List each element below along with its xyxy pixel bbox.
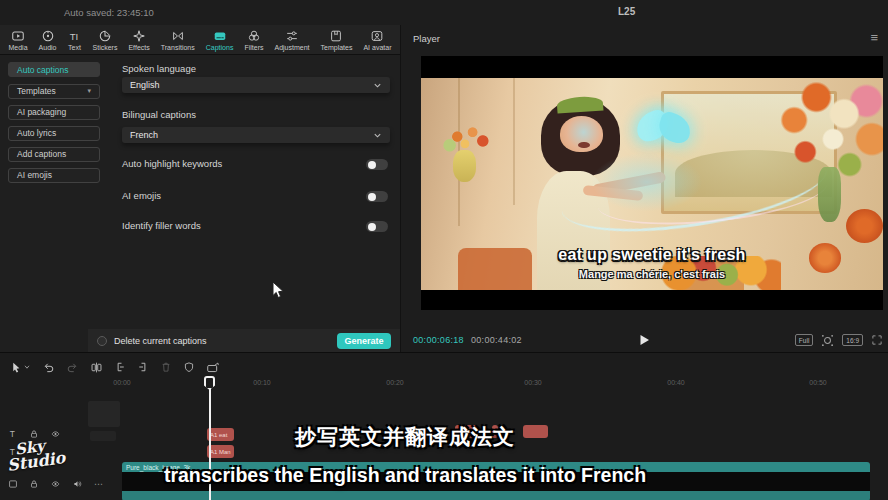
ribbon-tab-stickers[interactable]: Stickers (93, 29, 118, 51)
caption-clip-french[interactable]: A1 Man (207, 445, 234, 458)
ribbon-tab-transitions[interactable]: Transitions (161, 29, 195, 51)
expand-icon[interactable] (871, 334, 883, 346)
project-title: L25 (618, 6, 635, 17)
bilingual-captions-label: Bilingual captions (122, 109, 196, 120)
video-track-icon (8, 479, 18, 489)
sidebar-item-auto-captions[interactable]: Auto captions (8, 62, 100, 77)
delete-captions-label: Delete current captions (114, 336, 207, 346)
overlay-subtitle-english: transcribes the English and translates i… (164, 464, 646, 487)
mouse-cursor (272, 281, 285, 300)
player-panel: Player ≡ (400, 25, 888, 352)
ribbon-label: Templates (321, 44, 353, 51)
trim-left-button[interactable] (114, 361, 126, 373)
timeline-ruler[interactable]: 00:00 00:10 00:20 00:30 00:40 00:50 (0, 375, 888, 393)
current-time: 00:00:06:18 (413, 335, 464, 345)
video-track-head: ⋯ (8, 479, 103, 489)
ai-emojis-toggle[interactable] (366, 191, 388, 202)
more-icon[interactable]: ⋯ (94, 479, 103, 489)
toggle-knob (368, 161, 376, 169)
redo-button[interactable] (66, 361, 79, 374)
generate-button[interactable]: Generate (337, 333, 391, 349)
ribbon-tab-audio[interactable]: Audio (39, 29, 57, 51)
spoken-language-value: English (130, 80, 160, 90)
total-duration: 00:00:44:02 (471, 335, 522, 345)
chevron-down-icon (373, 131, 382, 140)
toggle-knob (368, 193, 376, 201)
toggle-knob (368, 223, 376, 231)
ribbon-label: Text (68, 44, 81, 51)
video-caption-french: Mange ma chérie, c'est frais (579, 268, 725, 280)
chevron-down-icon (373, 81, 382, 90)
scene-vase-left (453, 150, 476, 182)
sidebar-item-auto-lyrics[interactable]: Auto lyrics (8, 126, 100, 141)
auto-highlight-toggle[interactable] (366, 159, 388, 170)
lock-icon[interactable] (29, 479, 39, 489)
ribbon-tab-media[interactable]: Media (9, 29, 28, 51)
adjustment-icon (285, 29, 299, 43)
spoken-language-select[interactable]: English (122, 77, 390, 93)
top-bar: Auto saved: 23:45:10 L25 (0, 0, 888, 25)
ribbon-tab-filters[interactable]: Filters (244, 29, 263, 51)
filler-words-label: Identify filler words (122, 220, 201, 231)
bilingual-language-select[interactable]: French (122, 127, 390, 143)
ruler-label: 00:50 (809, 379, 827, 386)
ribbon-label: Media (9, 44, 28, 51)
sidebar-item-ai-emojis[interactable]: AI emojis (8, 168, 100, 183)
ai-emojis-label: AI emojis (122, 190, 161, 201)
aspect-ratio-button[interactable]: 16:9 (842, 334, 863, 346)
sidebar-item-label: Auto lyrics (17, 128, 56, 138)
scene-chair (458, 248, 532, 290)
ribbon-tab-captions[interactable]: Captions (206, 29, 234, 51)
auto-highlight-label: Auto highlight keywords (122, 158, 222, 169)
sidebar-item-templates[interactable]: Templates▾ (8, 84, 100, 99)
dim-clip (90, 431, 116, 441)
ribbon-tab-templates[interactable]: Templates (321, 29, 353, 51)
chevron-down-icon: ▾ (87, 87, 91, 95)
spoken-language-label: Spoken language (122, 63, 196, 74)
ribbon-tab-effects[interactable]: Effects (128, 29, 149, 51)
trim-right-button[interactable] (137, 361, 149, 373)
play-button[interactable] (639, 334, 650, 346)
player-controls: 00:00:06:18 00:00:44:02 Full 16:9 (401, 328, 888, 352)
scene-vase-right (818, 167, 841, 222)
sidebar-item-label: AI packaging (17, 107, 66, 117)
video-viewport[interactable]: eat up sweetie it's fresh Mange ma chéri… (421, 56, 883, 310)
sidebar-item-add-captions[interactable]: Add captions (8, 147, 100, 162)
eye-icon[interactable] (50, 479, 61, 489)
delete-button[interactable] (160, 361, 172, 373)
split-tool-button[interactable] (90, 361, 103, 374)
watermark-logo: Sky Studio (4, 436, 66, 473)
player-view-options: Full 16:9 (795, 334, 883, 347)
caption-clip-english[interactable]: A1 eat (207, 428, 234, 441)
sidebar-item-ai-packaging[interactable]: AI packaging (8, 105, 100, 120)
video-editor-app: Auto saved: 23:45:10 L25 Media Audio TI … (0, 0, 888, 500)
text-icon: TI (68, 29, 82, 43)
ribbon-label: Adjustment (274, 44, 309, 51)
overlay-subtitle-chinese: 抄写英文并翻译成法文 (295, 423, 515, 451)
ruler-label: 00:30 (524, 379, 542, 386)
effects-icon (132, 29, 146, 43)
player-menu-icon[interactable]: ≡ (870, 31, 878, 44)
ribbon-tab-text[interactable]: TI Text (68, 29, 82, 51)
svg-text:T: T (10, 429, 15, 439)
full-screen-mode-button[interactable]: Full (795, 334, 813, 346)
sidebar-item-label: Add captions (17, 149, 66, 159)
ribbon-tab-ai-avatar[interactable]: AI avatar (363, 29, 391, 51)
ribbon-label: Transitions (161, 44, 195, 51)
fit-zoom-icon[interactable] (821, 334, 834, 347)
caption-track-tool-button[interactable] (206, 361, 220, 374)
sidebar-item-label: Auto captions (17, 65, 69, 75)
filler-words-toggle[interactable] (366, 221, 388, 232)
delete-captions-checkbox[interactable] (97, 336, 107, 346)
bilingual-language-value: French (130, 130, 158, 140)
caption-clip[interactable] (523, 425, 548, 438)
undo-button[interactable] (42, 361, 55, 374)
scene-dahlia (846, 209, 883, 243)
select-tool-button[interactable] (10, 361, 31, 374)
scene-dahlia (809, 243, 841, 273)
speaker-icon[interactable] (72, 479, 83, 489)
mask-tool-button[interactable] (183, 361, 195, 373)
templates-icon (329, 29, 343, 43)
stickers-icon (98, 29, 112, 43)
ribbon-tab-adjustment[interactable]: Adjustment (274, 29, 309, 51)
